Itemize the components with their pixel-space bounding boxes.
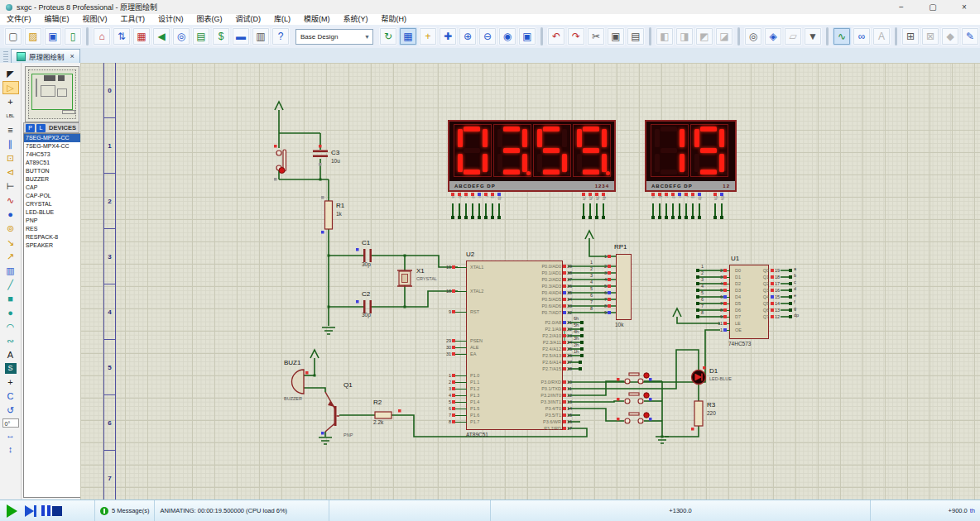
toolbar-icon[interactable]: $ xyxy=(212,27,230,45)
toolbar-icon[interactable] xyxy=(540,27,543,45)
mode-toolbar-icon[interactable]: ╱ xyxy=(2,278,19,291)
device-list-item[interactable]: BUTTON xyxy=(24,167,80,175)
chip-pin[interactable]: 6 xyxy=(595,289,611,296)
menu-item[interactable]: 调试(D) xyxy=(229,14,268,25)
chip-pin[interactable]: Q019 xyxy=(733,267,780,274)
toolbar-icon[interactable]: ▢ xyxy=(4,27,22,45)
toolbar-icon[interactable]: ⊠ xyxy=(921,27,939,45)
toolbar-icon[interactable]: ✂ xyxy=(587,27,605,45)
toolbar-icon[interactable]: ↷ xyxy=(567,27,585,45)
mode-toolbar-icon[interactable]: + xyxy=(2,95,19,108)
tab-schematic[interactable]: 原理图绘制 × xyxy=(11,49,80,63)
mode-toolbar-icon[interactable]: + xyxy=(2,375,19,389)
menu-item[interactable]: 文件(F) xyxy=(0,14,38,25)
toolbar-icon[interactable]: ◉ xyxy=(498,27,516,45)
menu-item[interactable]: 系统(Y) xyxy=(337,14,375,25)
chip-pin[interactable]: 5 xyxy=(595,283,611,289)
toolbar-icon[interactable]: ◨ xyxy=(675,27,694,45)
schematic-canvas[interactable]: 01234567 xyxy=(80,63,980,500)
play-button[interactable] xyxy=(7,504,17,518)
toolbar-icon[interactable] xyxy=(737,27,740,45)
toolbar-icon[interactable]: ⊕ xyxy=(459,27,477,45)
mode-toolbar-icon[interactable]: ∿ xyxy=(2,194,19,207)
toolbar-icon[interactable]: A xyxy=(872,27,891,45)
chip-pin[interactable]: 11LE xyxy=(713,320,742,327)
toolbar-icon[interactable]: ? xyxy=(271,27,290,45)
device-list-item[interactable]: CRYSTAL xyxy=(24,200,80,208)
chip-pin[interactable]: P2.5/A1326 xyxy=(475,352,572,359)
pause-button[interactable] xyxy=(41,505,45,516)
menu-item[interactable]: 帮助(H) xyxy=(375,14,414,25)
mode-toolbar-icon[interactable]: ↕ xyxy=(2,442,19,456)
toolbar-icon[interactable]: ⇅ xyxy=(113,27,131,45)
chip-pin[interactable]: P0.5/AD534 xyxy=(475,296,572,303)
toolbar-icon[interactable]: ▬ xyxy=(232,27,250,45)
chip-pin[interactable]: P3.1/TXD11 xyxy=(475,385,572,392)
menu-item[interactable]: 设计(N) xyxy=(151,14,190,25)
device-list-item[interactable]: 74HC573 xyxy=(24,151,80,159)
toolbar-icon[interactable]: ⊞ xyxy=(901,27,920,45)
chip-pin[interactable]: Q514 xyxy=(733,300,780,307)
step-button[interactable] xyxy=(25,505,34,517)
chip-pin[interactable]: P3.6/WR16 xyxy=(475,418,572,425)
mode-toolbar-icon[interactable]: ⊚ xyxy=(2,222,19,235)
mode-toolbar-icon[interactable]: ⊲ xyxy=(2,165,19,179)
toolbar-icon[interactable]: ◀ xyxy=(152,27,171,45)
toolbar-icon[interactable]: ◈ xyxy=(764,27,782,45)
chip-pin[interactable]: 1P1.0 xyxy=(441,372,479,379)
device-list-item[interactable]: BUZZER xyxy=(24,175,80,184)
toolbar-icon[interactable]: ▼ xyxy=(804,27,822,45)
chip-pin[interactable]: Q415 xyxy=(733,294,780,300)
pick-device-button[interactable]: P xyxy=(26,124,35,132)
chip-pin[interactable]: Q316 xyxy=(733,287,780,294)
device-list-item[interactable]: CAP-POL xyxy=(24,192,80,200)
chip-pin[interactable]: P3.3/INT113 xyxy=(475,399,572,405)
device-list-item[interactable]: 7SEG-MPX2-CC xyxy=(24,134,80,142)
stop-button[interactable] xyxy=(52,506,62,516)
chip-pin[interactable]: P0.2/AD237 xyxy=(475,276,572,283)
chip-pin[interactable]: 9 xyxy=(595,309,611,316)
toolbar-icon[interactable]: ∿ xyxy=(833,27,851,45)
chip-pin[interactable]: P0.1/AD138 xyxy=(475,270,572,276)
tab-close-icon[interactable]: × xyxy=(70,52,74,60)
toolbar-icon[interactable]: ⌂ xyxy=(93,27,111,45)
mode-toolbar-icon[interactable]: ◠ xyxy=(2,320,19,333)
device-list-item[interactable]: PNP xyxy=(24,217,80,225)
toolbar-icon[interactable]: ◆ xyxy=(941,27,959,45)
chip-pin[interactable]: P2.1/A922 xyxy=(475,326,572,332)
mode-toolbar-icon[interactable]: ↔ xyxy=(2,428,19,442)
toolbar-icon[interactable] xyxy=(86,27,89,45)
mode-toolbar-icon[interactable]: ⊡ xyxy=(2,151,19,165)
chip-pin[interactable]: P3.7/RD17 xyxy=(475,425,572,432)
mode-toolbar-icon[interactable]: ≡ xyxy=(2,123,19,136)
toolbar-icon[interactable]: ✚ xyxy=(439,27,457,45)
chip-pin[interactable]: P2.2/A1023 xyxy=(475,332,572,339)
toolbar-icon[interactable]: ✎ xyxy=(961,27,979,45)
chip-pin[interactable]: 3P1.2 xyxy=(441,385,479,392)
chip-pin[interactable]: Q613 xyxy=(733,307,780,313)
mode-toolbar-icon[interactable]: S xyxy=(5,363,17,374)
device-list-item[interactable]: AT89C51 xyxy=(24,159,80,167)
chip-pin[interactable]: 7P1.6 xyxy=(441,412,479,418)
window-control-button[interactable]: ▢ xyxy=(917,0,949,14)
chip-pin[interactable]: 3 xyxy=(595,270,611,276)
library-manager-button[interactable]: L xyxy=(36,124,46,132)
toolbar-icon[interactable]: ▤ xyxy=(192,27,210,45)
chip-pin[interactable]: 2P1.1 xyxy=(441,379,479,385)
chip-pin[interactable]: P2.0/A821 xyxy=(475,319,572,326)
chip-pin[interactable]: 5P1.4 xyxy=(441,399,479,405)
7seg-display-2digit[interactable]: ABCDEFG DP 12 xyxy=(645,120,737,192)
toolbar-icon[interactable]: ∞ xyxy=(853,27,871,45)
toolbar-icon[interactable] xyxy=(895,27,897,45)
toolbar-icon[interactable]: ▣ xyxy=(607,27,625,45)
menu-item[interactable]: 库(L) xyxy=(267,14,297,25)
chip-pin[interactable]: Q712 xyxy=(733,313,780,320)
mode-toolbar-icon[interactable]: ∾ xyxy=(2,334,19,347)
device-list-item[interactable]: SPEAKER xyxy=(24,241,80,250)
toolbar-icon[interactable]: ↶ xyxy=(547,27,565,45)
toolbar-icon[interactable]: ◪ xyxy=(715,27,733,45)
toolbar-icon[interactable]: ◧ xyxy=(656,27,674,45)
chip-pin[interactable]: P0.4/AD435 xyxy=(475,289,572,296)
chip-pin[interactable]: Q118 xyxy=(733,274,780,280)
chip-pin[interactable]: P2.4/A1225 xyxy=(475,346,572,352)
